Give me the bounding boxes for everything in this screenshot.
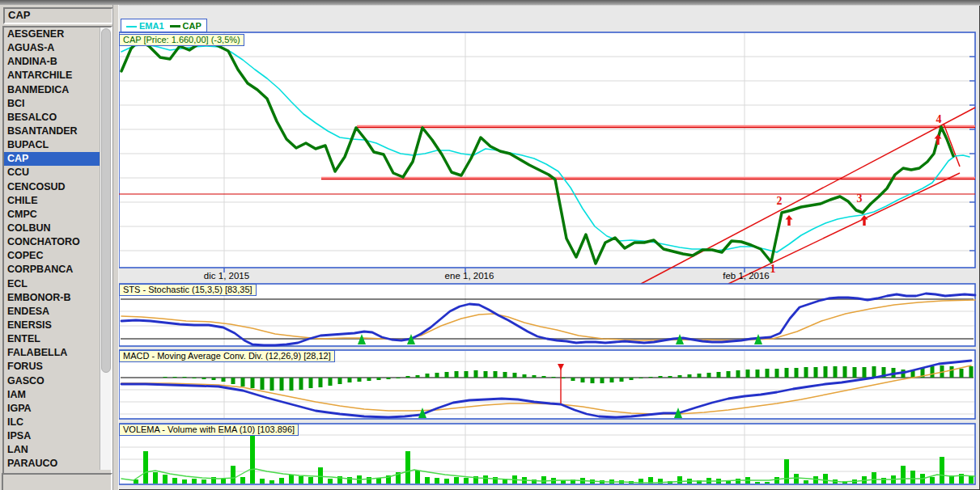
list-item[interactable]: CONCHATORO (4, 235, 111, 249)
macd-histogram-bar (494, 371, 498, 378)
list-item[interactable]: CCU (4, 166, 111, 180)
macd-histogram-bar (775, 369, 779, 378)
macd-histogram-bar (532, 375, 537, 378)
volume-bar (192, 479, 197, 484)
macd-histogram-bar (503, 372, 507, 378)
macd-histogram-bar (969, 366, 974, 378)
list-item[interactable]: ANDINA-B (4, 55, 111, 69)
macd-histogram-bar (212, 378, 216, 380)
wave-number-annotation: 3 (857, 192, 863, 205)
list-item[interactable]: ENTEL (4, 332, 111, 346)
volume-bar (260, 479, 265, 484)
list-item[interactable]: ECL (4, 277, 111, 291)
macd-histogram-bar (756, 370, 760, 378)
list-item[interactable]: ENDESA (4, 305, 111, 319)
list-item[interactable]: EMBONOR-B (4, 291, 111, 305)
volume-bar (318, 467, 323, 484)
volume-bar (269, 480, 274, 484)
list-item[interactable]: COLBUN (4, 222, 111, 235)
list-item[interactable]: CHILE (4, 194, 111, 208)
macd-histogram-bar (872, 366, 876, 378)
volume-bar (755, 482, 760, 484)
list-item[interactable]: PARAUCO (4, 457, 111, 471)
list-item[interactable]: COPEC (4, 249, 111, 263)
list-item[interactable]: FORUS (4, 360, 111, 374)
macd-histogram-bar (387, 378, 391, 379)
macd-histogram-bar (649, 377, 653, 378)
macd-histogram-bar (523, 374, 527, 378)
list-item[interactable]: BANMEDICA (4, 83, 111, 97)
macd-histogram-bar (698, 374, 702, 378)
wave-number-annotation: 4 (936, 113, 942, 125)
volume-bar (541, 476, 546, 484)
macd-histogram-bar (707, 373, 711, 378)
volume-bar (765, 482, 770, 484)
symbol-search-input[interactable]: CAP (3, 7, 113, 24)
volume-bar (279, 478, 284, 484)
macd-histogram-bar (620, 378, 624, 382)
list-item[interactable]: CENCOSUD (4, 180, 111, 194)
list-item[interactable]: BCI (4, 97, 111, 111)
volume-bar (163, 475, 168, 484)
volume-bar (143, 451, 148, 484)
list-item[interactable]: GASCO (4, 374, 111, 388)
symbol-list[interactable]: AESGENERAGUAS-AANDINA-BANTARCHILEBANMEDI… (2, 26, 112, 475)
list-item[interactable]: ANTARCHILE (4, 69, 111, 82)
macd-histogram-bar (766, 369, 770, 378)
volume-bar (969, 476, 974, 484)
macd-histogram-bar (319, 378, 323, 387)
macd-panel-label: MACD - Moving Average Conv. Div. (12,26,… (119, 350, 335, 362)
chart-legend: EMA1 CAP (121, 19, 207, 32)
volume-bar (240, 477, 245, 484)
list-item[interactable]: CMPC (4, 208, 111, 222)
macd-histogram-bar (814, 367, 818, 378)
list-item[interactable]: ENERSIS (4, 319, 111, 332)
macd-histogram-bar (426, 374, 430, 378)
volume-bar (172, 478, 177, 484)
macd-histogram-bar (717, 372, 721, 378)
volume-bar (493, 477, 498, 484)
macd-histogram-bar (280, 378, 284, 391)
sidebar-divider[interactable] (112, 5, 119, 490)
list-item[interactable]: BUPACL (4, 138, 111, 152)
volume-bar (483, 475, 488, 484)
chart-canvas[interactable]: 1234dic 1, 2015ene 1, 2016feb 1, 2016 (0, 0, 980, 490)
macd-histogram-bar (290, 378, 294, 391)
volume-bar (231, 466, 235, 484)
volume-bar (202, 479, 206, 484)
volume-bar (405, 451, 410, 484)
list-item[interactable]: BSANTANDER (4, 125, 111, 138)
macd-histogram-bar (630, 378, 634, 380)
list-item[interactable]: AGUAS-A (4, 41, 111, 55)
list-item[interactable]: BESALCO (4, 111, 111, 125)
macd-histogram-bar (338, 378, 342, 384)
list-item[interactable]: IGPA (4, 402, 111, 416)
volume-bar (367, 477, 371, 484)
list-item[interactable]: IPSA (4, 429, 111, 443)
charting-app-window: { "sidebar": { "symbol_field_value": "CA… (0, 0, 980, 490)
list-item[interactable]: CAP (4, 152, 111, 166)
volume-bar (299, 476, 303, 484)
scrollbar-thumb[interactable] (101, 28, 111, 373)
list-item[interactable]: FALABELLA (4, 346, 111, 360)
list-item[interactable]: CORPBANCA (4, 263, 111, 277)
stochastic-panel-label: STS - Stochastic (15,3,5) [83,35] (119, 284, 257, 296)
list-item[interactable]: ILC (4, 416, 111, 429)
macd-histogram-bar (348, 378, 352, 382)
symbol-list-scrollbar[interactable] (100, 27, 111, 470)
volume-bar (444, 479, 449, 484)
list-item[interactable]: AESGENER (4, 27, 111, 41)
macd-histogram-bar (795, 368, 799, 378)
x-axis-date-label: feb 1, 2016 (723, 271, 770, 281)
macd-histogram-bar (222, 378, 226, 382)
macd-histogram-bar (824, 366, 828, 378)
x-axis-date-label: dic 1, 2015 (204, 271, 249, 281)
volume-bar (415, 471, 420, 484)
list-item[interactable]: IAM (4, 388, 111, 402)
volume-bar (726, 481, 731, 484)
macd-histogram-bar (163, 377, 168, 378)
volume-bar (308, 477, 313, 484)
macd-histogram-bar (241, 378, 245, 387)
list-item[interactable]: LAN (4, 443, 111, 457)
macd-histogram-bar (261, 378, 265, 390)
